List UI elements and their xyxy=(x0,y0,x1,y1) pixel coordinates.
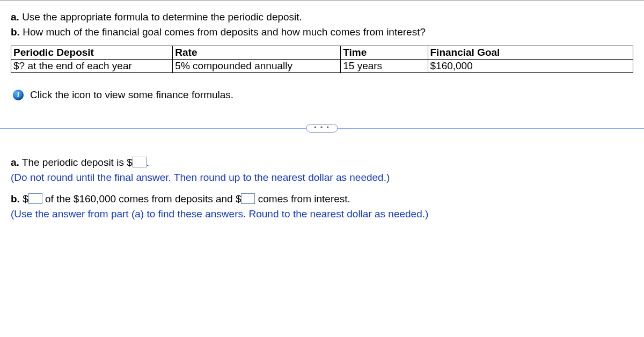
val-periodic-deposit: $? at the end of each year xyxy=(11,60,173,73)
answer-a-input[interactable] xyxy=(133,157,147,167)
val-rate: 5% compounded annually xyxy=(173,60,341,73)
answer-b-line: b. $ of the $160,000 comes from deposits… xyxy=(11,193,633,205)
answer-a-line: a. The periodic deposit is $. xyxy=(11,157,633,169)
answer-b-p1-mid: of the $160,000 comes from deposits and … xyxy=(42,193,241,204)
answer-a-suffix: . xyxy=(147,157,149,168)
answer-b-p1-suffix: comes from interest. xyxy=(255,193,350,204)
answer-a-hint: (Do not round until the final answer. Th… xyxy=(11,172,633,184)
prompt-b-label: b. xyxy=(11,26,20,38)
answer-a-prefix: The periodic deposit is $ xyxy=(22,157,133,168)
section-separator: • • • xyxy=(0,122,644,135)
parameters-table: Periodic Deposit Rate Time Financial Goa… xyxy=(11,46,633,73)
table-data-row: $? at the end of each year 5% compounded… xyxy=(11,60,633,73)
col-periodic-deposit: Periodic Deposit xyxy=(11,46,173,60)
prompt-line-a: a. Use the appropriate formula to determ… xyxy=(11,11,633,23)
expand-button[interactable]: • • • xyxy=(306,124,338,133)
col-time: Time xyxy=(341,46,428,60)
answer-b-label: b. xyxy=(11,193,20,204)
info-row: i Click the icon to view some finance fo… xyxy=(13,89,633,101)
answer-b-hint: (Use the answer from part (a) to find th… xyxy=(11,208,633,220)
col-rate: Rate xyxy=(173,46,341,60)
question-page: a. Use the appropriate formula to determ… xyxy=(0,0,644,337)
val-time: 15 years xyxy=(341,60,428,73)
answer-b-input-deposits[interactable] xyxy=(28,193,42,204)
answer-a-label: a. xyxy=(11,157,19,168)
info-icon[interactable]: i xyxy=(13,90,24,100)
answer-b-input-interest[interactable] xyxy=(241,193,255,204)
prompt-a-text: Use the appropriate formula to determine… xyxy=(22,11,302,23)
info-text: Click the icon to view some finance form… xyxy=(30,89,233,101)
col-financial-goal: Financial Goal xyxy=(428,46,633,60)
answers-section: a. The periodic deposit is $. (Do not ro… xyxy=(11,157,633,220)
val-financial-goal: $160,000 xyxy=(428,60,633,73)
prompt-b-text: How much of the financial goal comes fro… xyxy=(23,26,426,38)
table-header-row: Periodic Deposit Rate Time Financial Goa… xyxy=(11,46,633,60)
prompt-a-label: a. xyxy=(11,11,19,23)
answer-b-p1-prefix: $ xyxy=(23,193,28,204)
prompt-line-b: b. How much of the financial goal comes … xyxy=(11,26,633,38)
